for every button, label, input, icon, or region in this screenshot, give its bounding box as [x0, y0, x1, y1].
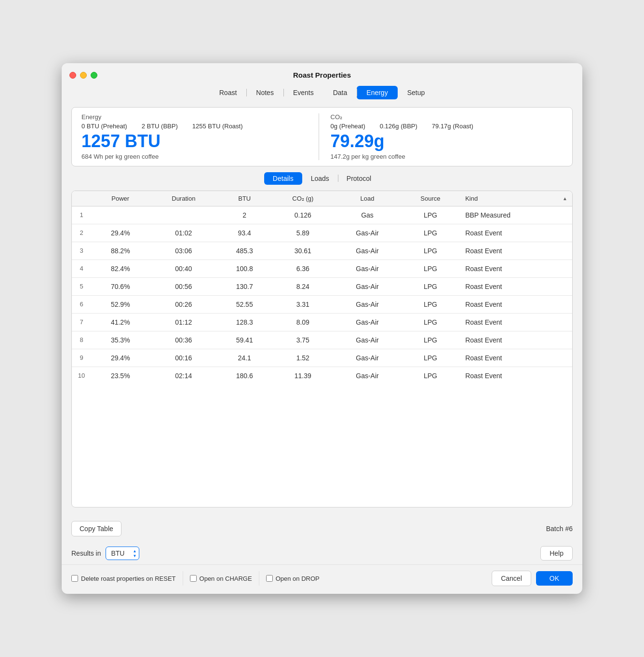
titlebar: Roast Properties Roast Notes Events Data… [62, 63, 582, 99]
cell-co2: 6.36 [271, 260, 334, 277]
cell-power: 29.4% [91, 224, 149, 242]
cell-num: 8 [72, 331, 91, 349]
cell-co2: 1.52 [271, 349, 334, 367]
cell-duration: 00:40 [149, 260, 217, 277]
tab-roast[interactable]: Roast [210, 86, 247, 99]
sort-icon: ▲ [563, 196, 567, 201]
window-title: Roast Properties [293, 71, 351, 79]
cell-load: Gas-Air [334, 313, 400, 331]
cell-num: 6 [72, 295, 91, 313]
delete-checkbox-group: Delete roast properties on RESET [71, 575, 176, 582]
col-header-power[interactable]: Power [91, 191, 149, 206]
results-row: Results in BTU kJ Wh ▲ ▼ Help [62, 542, 582, 564]
col-header-kind[interactable]: Kind ▲ [460, 191, 572, 206]
drop-checkbox-group: Open on DROP [266, 575, 320, 582]
energy-column: Energy 0 BTU (Preheat) 2 BTU (BBP) 1255 … [81, 113, 314, 160]
charge-label: Open on CHARGE [200, 575, 252, 582]
drop-checkbox[interactable] [266, 575, 273, 582]
co2-per-kg: 147.2g per kg green coffee [331, 153, 563, 160]
cell-power [91, 206, 149, 224]
cell-power: 52.9% [91, 295, 149, 313]
tab-energy[interactable]: Energy [357, 86, 397, 99]
bottom-bar: Copy Table Batch #6 [62, 515, 582, 542]
cell-btu: 52.55 [217, 295, 271, 313]
cell-source: LPG [401, 367, 461, 384]
cell-duration: 00:16 [149, 349, 217, 367]
results-select[interactable]: BTU kJ Wh [106, 547, 139, 560]
cell-btu: 2 [217, 206, 271, 224]
charge-checkbox[interactable] [190, 575, 197, 582]
table-row: 5 70.6% 00:56 130.7 8.24 Gas-Air LPG Roa… [72, 277, 572, 295]
delete-label: Delete roast properties on RESET [81, 575, 176, 582]
close-button[interactable] [69, 72, 76, 79]
results-left: Results in BTU kJ Wh ▲ ▼ [71, 547, 139, 560]
data-table-container: Power Duration BTU CO₂ (g) Load Source K… [71, 191, 573, 507]
tab-events[interactable]: Events [283, 86, 323, 99]
batch-label: Batch #6 [546, 525, 573, 533]
cell-duration: 00:26 [149, 295, 217, 313]
cell-num: 2 [72, 224, 91, 242]
col-header-co2[interactable]: CO₂ (g) [271, 191, 334, 206]
cell-co2: 3.75 [271, 331, 334, 349]
cell-co2: 3.31 [271, 295, 334, 313]
cell-kind: Roast Event [460, 367, 572, 384]
cell-power: 88.2% [91, 242, 149, 260]
cell-load: Gas [334, 206, 400, 224]
co2-preheat: 0g (Preheat) [331, 123, 365, 130]
cell-btu: 93.4 [217, 224, 271, 242]
cell-duration: 00:36 [149, 331, 217, 349]
cell-num: 3 [72, 242, 91, 260]
ok-button[interactable]: OK [536, 571, 573, 586]
co2-roast: 79.17g (Roast) [432, 123, 473, 130]
cell-kind: BBP Measured [460, 206, 572, 224]
tab-notes[interactable]: Notes [246, 86, 283, 99]
cell-co2: 8.24 [271, 277, 334, 295]
cell-load: Gas-Air [334, 295, 400, 313]
col-header-source[interactable]: Source [401, 191, 461, 206]
subtab-protocol[interactable]: Protocol [338, 172, 380, 185]
tab-data[interactable]: Data [323, 86, 357, 99]
energy-subvalues: 0 BTU (Preheat) 2 BTU (BBP) 1255 BTU (Ro… [81, 123, 314, 130]
cell-source: LPG [401, 260, 461, 277]
cell-num: 7 [72, 313, 91, 331]
energy-co2-section: Energy 0 BTU (Preheat) 2 BTU (BBP) 1255 … [71, 107, 573, 166]
maximize-button[interactable] [91, 72, 97, 79]
delete-checkbox[interactable] [71, 575, 78, 582]
col-header-btu[interactable]: BTU [217, 191, 271, 206]
subtab-details[interactable]: Details [264, 172, 302, 185]
cell-duration: 01:02 [149, 224, 217, 242]
cell-duration: 01:12 [149, 313, 217, 331]
main-window: Roast Properties Roast Notes Events Data… [62, 63, 582, 594]
cell-power: 41.2% [91, 313, 149, 331]
copy-table-button[interactable]: Copy Table [71, 521, 121, 536]
table-row: 8 35.3% 00:36 59.41 3.75 Gas-Air LPG Roa… [72, 331, 572, 349]
cell-num: 5 [72, 277, 91, 295]
table-row: 1 2 0.126 Gas LPG BBP Measured [72, 206, 572, 224]
col-header-load[interactable]: Load [334, 191, 400, 206]
cell-kind: Roast Event [460, 242, 572, 260]
cell-kind: Roast Event [460, 331, 572, 349]
footer-actions: Cancel OK [492, 571, 573, 586]
cell-kind: Roast Event [460, 260, 572, 277]
cell-co2: 8.09 [271, 313, 334, 331]
cell-load: Gas-Air [334, 331, 400, 349]
cell-co2: 11.39 [271, 367, 334, 384]
cell-kind: Roast Event [460, 224, 572, 242]
cell-kind: Roast Event [460, 295, 572, 313]
col-header-duration[interactable]: Duration [149, 191, 217, 206]
cell-load: Gas-Air [334, 242, 400, 260]
tab-setup[interactable]: Setup [398, 86, 435, 99]
minimize-button[interactable] [80, 72, 87, 79]
co2-subvalues: 0g (Preheat) 0.126g (BBP) 79.17g (Roast) [331, 123, 563, 130]
cell-btu: 180.6 [217, 367, 271, 384]
cell-load: Gas-Air [334, 277, 400, 295]
co2-bbp: 0.126g (BBP) [380, 123, 417, 130]
help-button[interactable]: Help [540, 546, 573, 561]
cancel-button[interactable]: Cancel [492, 571, 531, 586]
energy-label: Energy [81, 113, 314, 121]
cell-load: Gas-Air [334, 367, 400, 384]
subtabs: Details Loads Protocol [71, 172, 573, 185]
cell-source: LPG [401, 242, 461, 260]
cell-source: LPG [401, 349, 461, 367]
subtab-loads[interactable]: Loads [302, 172, 338, 185]
